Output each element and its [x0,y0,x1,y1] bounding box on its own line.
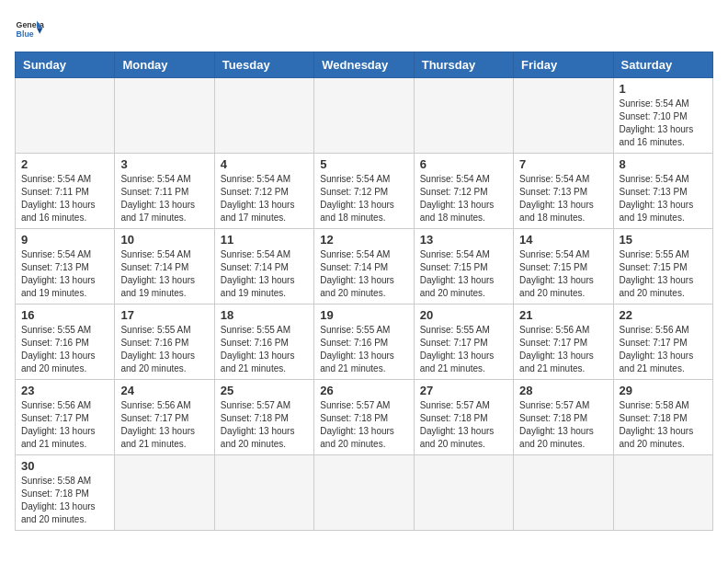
day-number: 17 [120,308,208,322]
calendar-day-cell: 1Sunrise: 5:54 AMSunset: 7:10 PMDaylight… [613,78,712,154]
day-info: Sunrise: 5:55 AMSunset: 7:15 PMDaylight:… [620,248,707,300]
day-number: 20 [420,308,507,322]
weekday-header-row: SundayMondayTuesdayWednesdayThursdayFrid… [16,52,713,78]
logo: General Blue [15,15,44,44]
weekday-header-tuesday: Tuesday [214,52,313,78]
day-info: Sunrise: 5:55 AMSunset: 7:16 PMDaylight:… [120,324,208,375]
day-info: Sunrise: 5:54 AMSunset: 7:12 PMDaylight:… [221,173,308,224]
day-number: 3 [120,157,208,171]
calendar-day-cell [214,455,313,531]
weekday-header-wednesday: Wednesday [314,52,414,78]
day-info: Sunrise: 5:58 AMSunset: 7:18 PMDaylight:… [620,399,707,451]
day-number: 28 [519,384,607,397]
calendar-day-cell [314,455,414,531]
calendar-day-cell: 27Sunrise: 5:57 AMSunset: 7:18 PMDayligh… [414,380,513,455]
day-number: 21 [519,308,607,322]
day-info: Sunrise: 5:57 AMSunset: 7:18 PMDaylight:… [320,399,407,451]
calendar-day-cell: 10Sunrise: 5:54 AMSunset: 7:14 PMDayligh… [115,229,214,304]
day-info: Sunrise: 5:56 AMSunset: 7:17 PMDaylight:… [620,324,707,375]
calendar-day-cell: 19Sunrise: 5:55 AMSunset: 7:16 PMDayligh… [314,304,414,380]
calendar-day-cell [115,455,214,531]
day-number: 24 [120,384,208,397]
day-number: 29 [620,384,707,397]
day-info: Sunrise: 5:54 AMSunset: 7:11 PMDaylight:… [21,173,108,224]
day-info: Sunrise: 5:54 AMSunset: 7:11 PMDaylight:… [120,173,208,224]
calendar-day-cell: 2Sunrise: 5:54 AMSunset: 7:11 PMDaylight… [16,154,115,229]
day-number: 18 [221,308,308,322]
day-number: 8 [620,157,707,171]
day-info: Sunrise: 5:56 AMSunset: 7:17 PMDaylight:… [519,324,607,375]
day-number: 1 [620,82,707,96]
weekday-header-friday: Friday [514,52,613,78]
calendar-day-cell [115,78,214,154]
calendar-day-cell [314,78,414,154]
calendar-day-cell: 20Sunrise: 5:55 AMSunset: 7:17 PMDayligh… [414,304,513,380]
weekday-header-sunday: Sunday [16,52,115,78]
calendar-table: SundayMondayTuesdayWednesdayThursdayFrid… [15,52,713,531]
page-header: General Blue [15,15,713,44]
calendar-day-cell: 11Sunrise: 5:54 AMSunset: 7:14 PMDayligh… [214,229,313,304]
day-info: Sunrise: 5:54 AMSunset: 7:13 PMDaylight:… [21,248,108,300]
calendar-day-cell: 14Sunrise: 5:54 AMSunset: 7:15 PMDayligh… [514,229,613,304]
calendar-day-cell: 5Sunrise: 5:54 AMSunset: 7:12 PMDaylight… [314,154,414,229]
calendar-day-cell [414,455,513,531]
day-number: 27 [420,384,507,397]
day-number: 16 [21,308,108,322]
calendar-day-cell: 22Sunrise: 5:56 AMSunset: 7:17 PMDayligh… [613,304,712,380]
day-info: Sunrise: 5:54 AMSunset: 7:13 PMDaylight:… [519,173,607,224]
calendar-day-cell: 29Sunrise: 5:58 AMSunset: 7:18 PMDayligh… [613,380,712,455]
day-info: Sunrise: 5:55 AMSunset: 7:16 PMDaylight:… [221,324,308,375]
day-number: 13 [420,233,507,247]
day-info: Sunrise: 5:55 AMSunset: 7:16 PMDaylight:… [21,324,108,375]
day-info: Sunrise: 5:57 AMSunset: 7:18 PMDaylight:… [221,399,308,451]
day-info: Sunrise: 5:57 AMSunset: 7:18 PMDaylight:… [420,399,507,451]
calendar-day-cell: 9Sunrise: 5:54 AMSunset: 7:13 PMDaylight… [16,229,115,304]
day-number: 4 [221,157,308,171]
calendar-day-cell: 12Sunrise: 5:54 AMSunset: 7:14 PMDayligh… [314,229,414,304]
calendar-day-cell: 7Sunrise: 5:54 AMSunset: 7:13 PMDaylight… [514,154,613,229]
day-info: Sunrise: 5:54 AMSunset: 7:15 PMDaylight:… [420,248,507,300]
calendar-day-cell: 4Sunrise: 5:54 AMSunset: 7:12 PMDaylight… [214,154,313,229]
day-number: 11 [221,233,308,247]
calendar-day-cell [214,78,313,154]
calendar-day-cell: 25Sunrise: 5:57 AMSunset: 7:18 PMDayligh… [214,380,313,455]
calendar-week-row: 30Sunrise: 5:58 AMSunset: 7:18 PMDayligh… [16,455,713,531]
calendar-day-cell: 23Sunrise: 5:56 AMSunset: 7:17 PMDayligh… [16,380,115,455]
calendar-day-cell [514,78,613,154]
calendar-week-row: 16Sunrise: 5:55 AMSunset: 7:16 PMDayligh… [16,304,713,380]
day-info: Sunrise: 5:55 AMSunset: 7:16 PMDaylight:… [320,324,407,375]
day-info: Sunrise: 5:54 AMSunset: 7:12 PMDaylight:… [420,173,507,224]
svg-text:Blue: Blue [17,29,34,39]
day-number: 2 [21,157,108,171]
day-number: 26 [320,384,407,397]
calendar-week-row: 23Sunrise: 5:56 AMSunset: 7:17 PMDayligh… [16,380,713,455]
day-number: 19 [320,308,407,322]
weekday-header-monday: Monday [115,52,214,78]
day-info: Sunrise: 5:54 AMSunset: 7:14 PMDaylight:… [120,248,208,300]
day-info: Sunrise: 5:54 AMSunset: 7:13 PMDaylight:… [620,173,707,224]
calendar-day-cell: 30Sunrise: 5:58 AMSunset: 7:18 PMDayligh… [16,455,115,531]
weekday-header-saturday: Saturday [613,52,712,78]
calendar-day-cell: 21Sunrise: 5:56 AMSunset: 7:17 PMDayligh… [514,304,613,380]
calendar-day-cell: 24Sunrise: 5:56 AMSunset: 7:17 PMDayligh… [115,380,214,455]
day-info: Sunrise: 5:54 AMSunset: 7:14 PMDaylight:… [320,248,407,300]
day-info: Sunrise: 5:55 AMSunset: 7:17 PMDaylight:… [420,324,507,375]
day-info: Sunrise: 5:56 AMSunset: 7:17 PMDaylight:… [21,399,108,451]
calendar-day-cell: 28Sunrise: 5:57 AMSunset: 7:18 PMDayligh… [514,380,613,455]
day-number: 7 [519,157,607,171]
day-number: 25 [221,384,308,397]
calendar-week-row: 9Sunrise: 5:54 AMSunset: 7:13 PMDaylight… [16,229,713,304]
day-number: 10 [120,233,208,247]
calendar-day-cell: 16Sunrise: 5:55 AMSunset: 7:16 PMDayligh… [16,304,115,380]
svg-marker-3 [37,28,42,33]
day-number: 30 [21,459,108,473]
day-number: 9 [21,233,108,247]
day-info: Sunrise: 5:54 AMSunset: 7:10 PMDaylight:… [620,98,707,149]
calendar-day-cell [613,455,712,531]
calendar-day-cell: 18Sunrise: 5:55 AMSunset: 7:16 PMDayligh… [214,304,313,380]
calendar-day-cell: 6Sunrise: 5:54 AMSunset: 7:12 PMDaylight… [414,154,513,229]
calendar-day-cell: 13Sunrise: 5:54 AMSunset: 7:15 PMDayligh… [414,229,513,304]
calendar-day-cell: 26Sunrise: 5:57 AMSunset: 7:18 PMDayligh… [314,380,414,455]
calendar-day-cell [414,78,513,154]
day-number: 15 [620,233,707,247]
